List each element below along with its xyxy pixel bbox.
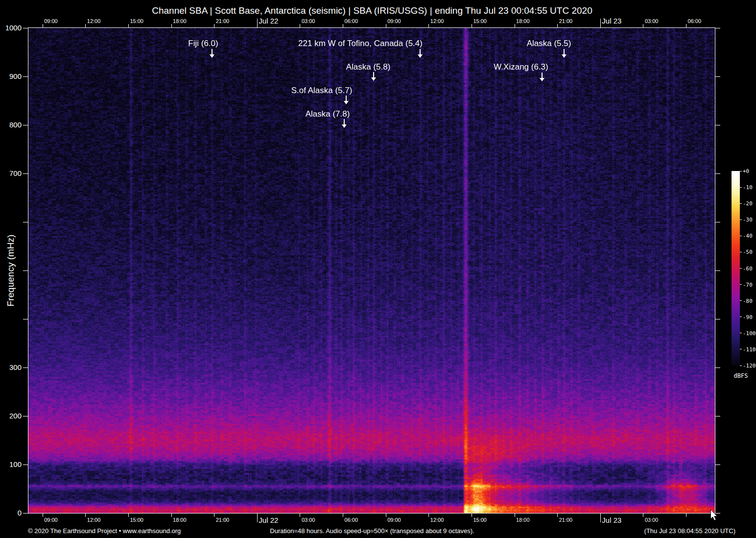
y-tick-left (23, 416, 28, 416)
x-tick-label-bottom: 15:00 (130, 517, 143, 523)
x-tick-label-top: 12:00 (430, 18, 444, 24)
x-tick-bottom (428, 513, 429, 517)
colorbar-gradient (732, 171, 740, 366)
colorbar-tick-label: -110 (743, 346, 756, 353)
event-arrow (212, 49, 213, 54)
x-tick-label-top: Jul 23 (602, 17, 621, 25)
colorbar-tick (740, 236, 742, 236)
x-tick-top (515, 24, 515, 28)
x-tick-top (214, 24, 214, 28)
y-tick-right (715, 319, 720, 319)
y-tick-label: 900 (0, 72, 22, 80)
x-tick-bottom (686, 513, 686, 517)
y-tick-right (715, 76, 720, 77)
x-tick-label-bottom: 09:00 (44, 517, 58, 523)
colorbar-tick (740, 187, 742, 188)
colorbar-tick (740, 203, 742, 204)
y-tick-label: 300 (0, 363, 22, 371)
spectrogram-canvas (28, 28, 715, 513)
y-tick-left (23, 319, 28, 319)
x-tick-label-top: 06:00 (345, 18, 358, 24)
x-tick-label-bottom: 09:00 (387, 517, 401, 523)
colorbar-tick-label: -50 (743, 249, 753, 255)
colorbar-unit-label: dBFS (730, 372, 752, 379)
event-arrow (542, 73, 543, 78)
x-tick-bottom (643, 513, 643, 517)
colorbar-tick (740, 252, 742, 252)
y-tick-right (715, 416, 720, 416)
colorbar-tick (740, 333, 742, 333)
colorbar-tick-label: -10 (743, 184, 753, 191)
x-tick-label-top: 18:00 (173, 18, 187, 24)
spectrogram-page: Channel SBA | Scott Base, Antarctica (se… (0, 0, 756, 538)
x-tick-top (472, 24, 472, 28)
x-tick-label-top: 21:00 (559, 18, 573, 24)
y-tick-right (715, 367, 720, 368)
x-tick-label-top: 21:00 (216, 18, 230, 24)
colorbar-tick-label: -80 (743, 298, 753, 304)
y-tick-left (23, 465, 28, 465)
y-tick-left (23, 222, 28, 222)
x-tick-top (343, 24, 343, 28)
y-tick-right (715, 222, 720, 222)
colorbar-tick-label: -70 (743, 282, 753, 288)
plot-area (28, 27, 715, 514)
x-tick-label-bottom: Jul 23 (602, 516, 621, 524)
y-tick-left (23, 125, 28, 125)
y-tick-right (715, 465, 720, 465)
colorbar-tick-label: -40 (743, 233, 753, 239)
colorbar-tick-label: +0 (743, 168, 749, 174)
x-tick-top (386, 24, 386, 28)
x-tick-label-bottom: 18:00 (173, 517, 187, 523)
colorbar-tick (740, 220, 742, 220)
x-tick-bottom (128, 513, 129, 517)
x-tick-label-bottom: 21:00 (559, 517, 573, 523)
x-tick-bottom (386, 513, 386, 517)
x-tick-label-top: 03:00 (645, 18, 659, 24)
x-tick-label-top: 06:00 (688, 18, 702, 24)
colorbar-tick-label: -100 (743, 330, 756, 337)
mouse-cursor (710, 510, 719, 521)
event-arrow (373, 72, 374, 77)
y-tick-right (715, 270, 720, 271)
footer-timestamp: (Thu Jul 23 08:04:55 2020 UTC) (644, 527, 735, 535)
x-tick-top (300, 24, 300, 28)
colorbar-tick (740, 171, 742, 171)
x-tick-top (428, 24, 429, 28)
event-label: Alaska (5.5) (527, 39, 571, 49)
x-tick-top (257, 19, 258, 28)
x-tick-label-top: 15:00 (130, 18, 143, 24)
x-tick-label-bottom: 21:00 (216, 517, 230, 523)
x-tick-top (171, 24, 172, 28)
footer-duration: Duration=48 hours. Audio speed-up=500× (… (29, 527, 715, 535)
x-tick-label-bottom: Jul 22 (259, 516, 278, 524)
x-tick-top (643, 24, 643, 28)
event-label: W.Xizang (6.3) (494, 62, 548, 72)
event-arrow (420, 49, 421, 54)
x-tick-top (686, 24, 686, 28)
x-tick-top (557, 24, 558, 28)
x-tick-label-bottom: 12:00 (87, 517, 101, 523)
y-tick-label: 200 (0, 412, 22, 420)
event-label: S.of Alaska (5.7) (291, 86, 353, 96)
y-tick-label: 800 (0, 121, 22, 129)
event-label: Fiji (6.0) (188, 39, 218, 49)
colorbar-tick (740, 349, 742, 349)
event-label: Alaska (5.8) (346, 62, 391, 72)
x-tick-label-bottom: 03:00 (302, 517, 315, 523)
y-tick-left (23, 173, 28, 174)
x-tick-bottom (557, 513, 558, 517)
y-tick-right (715, 173, 720, 174)
x-tick-label-bottom: 15:00 (473, 517, 487, 523)
x-tick-label-top: 09:00 (44, 18, 58, 24)
x-tick-label-bottom: 06:00 (345, 517, 358, 523)
x-tick-bottom (85, 513, 86, 517)
y-tick-label: 0 (0, 509, 22, 517)
y-tick-right (715, 513, 720, 514)
colorbar-tick-label: -90 (743, 314, 753, 320)
x-tick-bottom (300, 513, 300, 517)
x-tick-bottom (214, 513, 214, 517)
y-tick-left (23, 270, 28, 271)
x-tick-label-bottom: 18:00 (516, 517, 530, 523)
y-tick-right (715, 28, 720, 28)
